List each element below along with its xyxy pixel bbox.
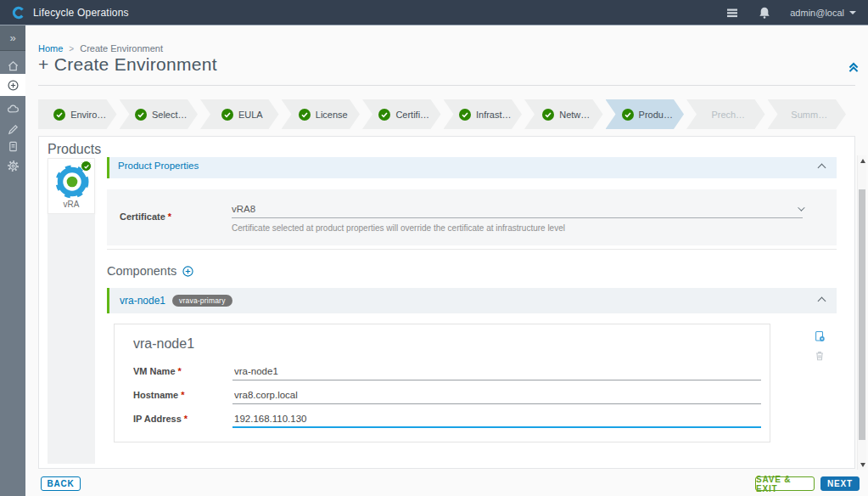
home-icon: [7, 59, 20, 72]
ip-address-field-row: IP Address*: [133, 409, 761, 428]
step-label: EULA: [238, 110, 263, 120]
double-chevron-right-icon: »: [9, 31, 15, 44]
pencil-tag-icon: [7, 123, 20, 136]
certificate-help-text: Certificate selected at product properti…: [232, 223, 565, 233]
app-title: Lifecycle Operations: [33, 7, 129, 19]
header-divider: [38, 85, 855, 86]
chevron-down-icon: [849, 11, 856, 14]
user-menu[interactable]: admin@local: [790, 8, 856, 18]
brand: Lifecycle Operations: [12, 6, 129, 20]
wizard-step-environment[interactable]: Enviro…: [38, 99, 117, 129]
vm-name-field-row: VM Name*: [133, 362, 761, 380]
sidebar-item-environments[interactable]: [0, 98, 25, 120]
step-complete-icon: [459, 109, 471, 121]
step-complete-icon: [378, 109, 390, 121]
breadcrumb-separator: >: [69, 44, 74, 54]
scroll-down-arrow[interactable]: [858, 459, 867, 470]
trash-icon[interactable]: [814, 350, 826, 362]
applications-icon[interactable]: [725, 6, 739, 20]
lifecycle-operations-window: Lifecycle Operations admin@local »: [0, 0, 868, 496]
back-button[interactable]: BACK: [41, 476, 81, 491]
triangle-down-icon: [860, 463, 865, 467]
sidebar-expand-button[interactable]: »: [0, 25, 25, 51]
product-tile-label: vRA: [48, 200, 94, 209]
step-complete-icon: [622, 109, 634, 121]
requests-document-icon: [7, 140, 20, 153]
wizard-step-license[interactable]: License: [282, 99, 361, 129]
product-properties-section-header[interactable]: Product Properties: [107, 157, 837, 178]
step-label: Infrast…: [476, 110, 512, 120]
step-label: Summ…: [791, 110, 827, 120]
ip-address-label: IP Address*: [133, 414, 232, 428]
required-marker: *: [181, 390, 184, 400]
document-badge-icon[interactable]: [814, 330, 826, 342]
user-menu-label: admin@local: [790, 8, 844, 18]
component-role-badge: vrava-primary: [172, 295, 232, 307]
double-chevron-up-icon[interactable]: [847, 60, 860, 74]
product-rail: [48, 214, 95, 464]
app-header: Lifecycle Operations admin@local: [0, 0, 868, 25]
component-actions: [814, 330, 826, 362]
notifications-bell-icon[interactable]: [758, 6, 771, 20]
product-properties-title: Product Properties: [118, 161, 199, 171]
save-and-exit-button[interactable]: SAVE & EXIT: [755, 476, 815, 491]
hostname-input[interactable]: [232, 390, 761, 404]
required-marker: *: [184, 414, 188, 424]
components-section-title: Components: [107, 264, 193, 278]
product-tile-vra[interactable]: vRA: [48, 158, 95, 214]
wizard-step-precheck[interactable]: Prech…: [686, 99, 765, 129]
gear-icon: [7, 160, 20, 172]
section-divider: [107, 249, 837, 250]
vm-name-input[interactable]: [232, 366, 761, 380]
component-name: vra-node1: [120, 295, 165, 307]
breadcrumb: Home > Create Environment: [38, 43, 163, 54]
required-marker: *: [178, 366, 182, 376]
component-header-vra-node1[interactable]: vra-node1 vrava-primary: [107, 288, 837, 313]
chevron-up-icon[interactable]: [818, 296, 826, 305]
wizard-step-eula[interactable]: EULA: [200, 99, 279, 129]
scrollbar-thumb[interactable]: [859, 189, 865, 440]
required-marker: *: [168, 211, 171, 222]
step-label: Select…: [152, 110, 188, 120]
vmware-lcm-logo-icon: [12, 6, 25, 20]
step-complete-icon: [53, 109, 65, 121]
step-complete-icon: [299, 109, 311, 121]
breadcrumb-home-link[interactable]: Home: [38, 43, 63, 54]
plus-circle-icon: [7, 79, 20, 92]
component-card-title: vra-node1: [133, 336, 194, 352]
page-title: + Create Environment: [38, 54, 217, 75]
header-actions: admin@local: [725, 6, 856, 20]
step-complete-icon: [135, 109, 147, 121]
vertical-scrollbar[interactable]: [857, 155, 866, 470]
next-button[interactable]: NEXT: [820, 476, 860, 491]
wizard-step-certificate[interactable]: Certifi…: [362, 99, 441, 129]
wizard-step-summary[interactable]: Summ…: [768, 99, 847, 129]
step-label: Produ…: [639, 110, 673, 120]
sidebar-item-create-environment[interactable]: [0, 74, 25, 96]
step-label: Prech…: [711, 110, 745, 120]
breadcrumb-current: Create Environment: [80, 43, 163, 54]
wizard-step-products[interactable]: Produ…: [606, 99, 685, 129]
hostname-label: Hostname*: [133, 390, 232, 404]
scroll-up-arrow[interactable]: [858, 155, 867, 166]
ip-address-input[interactable]: [232, 414, 761, 428]
triangle-up-icon: [860, 159, 865, 163]
add-component-icon[interactable]: [182, 266, 193, 277]
sidebar-item-settings[interactable]: [0, 155, 25, 177]
products-section-title: Products: [48, 142, 101, 157]
wizard-step-network[interactable]: Netw…: [524, 99, 603, 129]
hostname-field-row: Hostname*: [133, 386, 761, 404]
certificate-selected-value: vRA8: [232, 204, 255, 214]
component-card-vra-node1: vra-node1 VM Name* Hostname* IP Address*: [114, 324, 770, 442]
product-valid-check-icon: [81, 161, 92, 172]
certificate-select[interactable]: vRA8: [232, 200, 803, 218]
step-label: Netw…: [559, 110, 590, 120]
wizard-stepper: Enviro… Select… EULA License Certifi… In…: [38, 99, 848, 129]
chevron-down-icon: [798, 204, 804, 211]
chevron-up-icon[interactable]: [818, 164, 826, 172]
step-label: Certifi…: [395, 110, 429, 120]
wizard-step-infrastructure[interactable]: Infrast…: [444, 99, 523, 129]
wizard-step-select[interactable]: Select…: [120, 99, 199, 129]
vm-name-label: VM Name*: [133, 366, 232, 380]
step-complete-icon: [221, 109, 233, 121]
